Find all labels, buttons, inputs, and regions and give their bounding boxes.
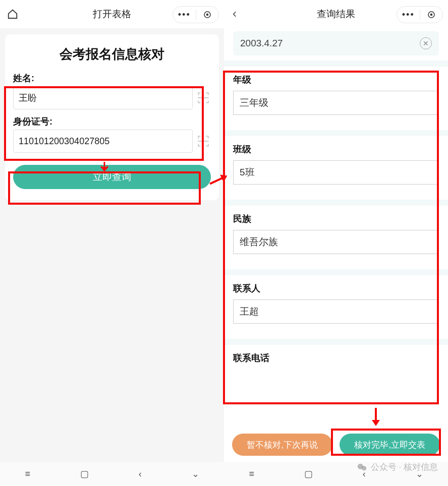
nav-recent-icon[interactable]: ≡ xyxy=(25,469,30,479)
grade-input[interactable]: 三年级 xyxy=(233,91,439,115)
date-field[interactable]: 2003.4.27 ✕ xyxy=(233,31,439,55)
svg-point-3 xyxy=(430,14,433,16)
result-body: 2003.4.27 ✕ 年级 三年级 班级 5班 民族 维吾尔族 联系人 王超 … xyxy=(224,28,448,486)
name-row xyxy=(13,86,211,109)
contact-label: 联系人 xyxy=(224,282,448,299)
section-contact: 联系人 王超 xyxy=(224,275,448,333)
section-grade: 年级 三年级 xyxy=(224,67,448,124)
more-icon[interactable]: ••• xyxy=(397,10,420,20)
nav-dropdown-icon[interactable]: ⌄ xyxy=(416,468,423,479)
section-phone: 联系电话 xyxy=(224,345,448,369)
nav-back-icon[interactable]: ‹ xyxy=(363,469,366,479)
close-target-icon[interactable] xyxy=(196,10,219,19)
scan-icon[interactable] xyxy=(196,90,211,105)
section-ethnic: 民族 维吾尔族 xyxy=(224,206,448,263)
nav-home-icon[interactable]: ▢ xyxy=(304,468,313,479)
clear-icon[interactable]: ✕ xyxy=(420,37,432,49)
submit-button[interactable]: 核对完毕,立即交表 xyxy=(340,434,440,456)
card-title: 会考报名信息核对 xyxy=(13,45,211,63)
class-label: 班级 xyxy=(224,143,448,160)
action-bar: 暂不核对,下次再说 核对完毕,立即交表 xyxy=(224,429,448,461)
android-navbar-right: ≡ ▢ ‹ ⌄ xyxy=(224,462,448,486)
later-button[interactable]: 暂不核对,下次再说 xyxy=(232,434,332,456)
miniprogram-capsule[interactable]: ••• xyxy=(397,6,443,23)
android-navbar-left: ≡ ▢ ‹ ⌄ xyxy=(0,462,224,486)
nav-dropdown-icon[interactable]: ⌄ xyxy=(192,468,199,479)
nav-recent-icon[interactable]: ≡ xyxy=(249,469,254,479)
class-input[interactable]: 5班 xyxy=(233,160,439,185)
id-label: 身份证号: xyxy=(13,115,211,128)
id-input[interactable] xyxy=(13,130,193,153)
phone-label: 联系电话 xyxy=(224,352,448,369)
id-row xyxy=(13,130,211,153)
ethnic-input[interactable]: 维吾尔族 xyxy=(233,230,439,254)
query-button[interactable]: 立即查询 xyxy=(13,165,211,189)
contact-input[interactable]: 王超 xyxy=(233,299,439,324)
section-class: 班级 5班 xyxy=(224,136,448,194)
name-input[interactable] xyxy=(13,86,193,109)
more-icon[interactable]: ••• xyxy=(173,10,196,20)
topbar-left: 打开表格 ••• xyxy=(0,0,224,28)
topbar-right: 查询结果 ••• xyxy=(224,0,448,28)
nav-home-icon[interactable]: ▢ xyxy=(80,468,89,479)
grade-label: 年级 xyxy=(224,74,448,91)
ethnic-label: 民族 xyxy=(224,213,448,230)
date-value: 2003.4.27 xyxy=(240,38,283,49)
name-label: 姓名: xyxy=(13,72,211,84)
miniprogram-capsule[interactable]: ••• xyxy=(173,6,219,23)
query-card: 会考报名信息核对 姓名: 身份证号: 立即查询 xyxy=(5,34,219,200)
scan-icon[interactable] xyxy=(196,134,211,149)
close-target-icon[interactable] xyxy=(420,10,443,19)
screen-query-form: 打开表格 ••• 会考报名信息核对 姓名: 身份证号: xyxy=(0,0,224,486)
screen-query-result: 查询结果 ••• 2003.4.27 ✕ 年级 三年级 班级 5班 民族 维吾尔… xyxy=(224,0,448,486)
flow-arrow-icon xyxy=(370,407,382,429)
flow-arrow-icon xyxy=(98,160,110,174)
svg-point-1 xyxy=(206,14,209,16)
nav-back-icon[interactable]: ‹ xyxy=(139,469,142,479)
